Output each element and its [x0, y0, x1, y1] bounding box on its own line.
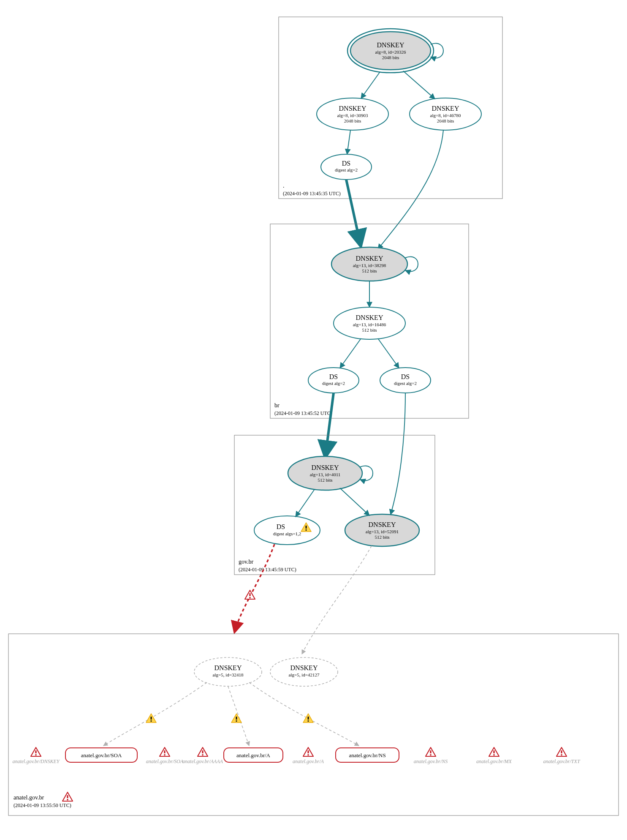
zone-govbr-ts: (2024-01-09 13:45:59 UTC) [239, 567, 296, 573]
error-icon [31, 747, 41, 756]
svg-text:alg=8, id=20326: alg=8, id=20326 [375, 49, 406, 55]
svg-text:anatel.gov.br/SOA: anatel.gov.br/SOA [146, 758, 184, 764]
edge-brzsk-ds1 [340, 338, 361, 368]
zone-anatel-ts: (2024-01-09 13:55:50 UTC) [14, 802, 71, 808]
svg-text:DNSKEY: DNSKEY [432, 105, 459, 112]
svg-text:alg=13, id=38298: alg=13, id=38298 [353, 263, 386, 268]
leaf-ns: anatel.gov.br/NS [336, 748, 399, 762]
svg-text:anatel.gov.br/TXT: anatel.gov.br/TXT [543, 758, 580, 764]
node-govbr-key2: DNSKEY alg=13, id=52091 512 bits [345, 514, 419, 546]
dnssec-graph: . (2024-01-09 13:45:35 UTC) DNSKEY alg=8… [0, 0, 627, 840]
error-icon [303, 747, 313, 756]
svg-text:alg=13, id=16486: alg=13, id=16486 [353, 322, 386, 327]
svg-text:digest algs=1,2: digest algs=1,2 [273, 531, 301, 536]
svg-text:alg=13, id=52091: alg=13, id=52091 [366, 529, 399, 534]
ghost-mx: anatel.gov.br/MX [476, 747, 512, 764]
error-icon [62, 792, 73, 801]
node-root-zsk1: DNSKEY alg=8, id=30903 2048 bits [317, 98, 388, 130]
ghost-txt: anatel.gov.br/TXT [543, 747, 580, 764]
svg-text:digest alg=2: digest alg=2 [335, 167, 358, 172]
ghost-dnskey: anatel.gov.br/DNSKEY [12, 747, 60, 764]
error-icon [198, 747, 208, 756]
node-anatel-key2: DNSKEY alg=5, id=42127 [270, 657, 338, 686]
svg-text:alg=5, id=32418: alg=5, id=32418 [213, 672, 244, 677]
edge-key1-soa [103, 682, 207, 746]
svg-text:DNSKEY: DNSKEY [214, 664, 242, 671]
edge-govksk-ds [296, 489, 315, 517]
svg-text:512 bits: 512 bits [318, 477, 332, 483]
edge-govds-anatelkey1 [234, 544, 274, 633]
edge-key1-a [228, 686, 249, 746]
svg-text:512 bits: 512 bits [375, 535, 389, 540]
error-icon [556, 747, 567, 756]
svg-point-18 [321, 154, 372, 180]
svg-text:DS: DS [401, 373, 410, 380]
svg-point-33 [380, 368, 431, 393]
edge-brzsk-ds2 [378, 338, 399, 368]
svg-text:DS: DS [329, 373, 338, 380]
svg-point-52 [270, 657, 338, 686]
ghost-a: anatel.gov.br/A [293, 747, 324, 764]
edge-rootds-brksk [346, 180, 361, 247]
node-root-ds: DS digest alg=2 [321, 154, 372, 180]
edge-zsk1-ds [347, 130, 350, 154]
svg-text:anatel.gov.br/A: anatel.gov.br/A [293, 758, 324, 764]
leaf-a: anatel.gov.br/A [224, 748, 283, 762]
node-anatel-key1: DNSKEY alg=5, id=32418 [194, 657, 262, 686]
svg-text:DS: DS [342, 160, 350, 167]
node-govbr-ds: DS digest algs=1,2 [254, 516, 320, 545]
zone-anatel-name: anatel.gov.br [14, 794, 44, 801]
svg-text:2048 bits: 2048 bits [437, 118, 454, 123]
node-br-ds2: DS digest alg=2 [380, 368, 431, 393]
svg-text:anatel.gov.br/MX: anatel.gov.br/MX [476, 758, 512, 764]
leaf-soa: anatel.gov.br/SOA [65, 748, 137, 762]
node-br-ds1: DS digest alg=2 [308, 368, 359, 393]
svg-text:DNSKEY: DNSKEY [312, 464, 339, 471]
svg-text:digest alg=2: digest alg=2 [394, 381, 417, 386]
svg-text:DNSKEY: DNSKEY [290, 664, 318, 671]
svg-text:alg=13, id=4011: alg=13, id=4011 [310, 472, 341, 477]
zone-root-name: . [283, 183, 285, 189]
edge-govkey2-anatelkey2 [302, 546, 372, 654]
zone-govbr: gov.br (2024-01-09 13:45:59 UTC) DNSKEY … [234, 435, 435, 575]
svg-text:2048 bits: 2048 bits [382, 55, 399, 60]
svg-text:DNSKEY: DNSKEY [356, 255, 383, 262]
svg-text:512 bits: 512 bits [362, 268, 377, 273]
svg-text:DNSKEY: DNSKEY [377, 41, 404, 49]
node-root-ksk: DNSKEY alg=8, id=20326 2048 bits [347, 29, 434, 73]
svg-text:512 bits: 512 bits [362, 327, 377, 333]
edge-rootksk-zsk1 [361, 72, 380, 98]
warning-icon [303, 714, 313, 723]
svg-text:DNSKEY: DNSKEY [356, 314, 383, 321]
edge-rootksk-zsk2 [403, 71, 435, 99]
error-icon [245, 590, 255, 599]
warning-icon [146, 714, 156, 723]
svg-text:alg=5, id=42127: alg=5, id=42127 [289, 672, 320, 677]
ghost-aaaa: anatel.gov.br/AAAA [182, 747, 223, 764]
zone-root-ts: (2024-01-09 13:45:35 UTC) [283, 191, 341, 196]
svg-text:anatel.gov.br/NS: anatel.gov.br/NS [414, 758, 448, 764]
svg-text:DS: DS [277, 523, 285, 530]
node-govbr-ksk: DNSKEY alg=13, id=4011 512 bits [288, 456, 362, 490]
svg-text:anatel.gov.br/DNSKEY: anatel.gov.br/DNSKEY [12, 758, 60, 764]
warning-icon [231, 714, 242, 723]
zone-br-name: br [274, 402, 280, 409]
zone-govbr-name: gov.br [239, 559, 254, 565]
edge-brds2-govkey2 [391, 393, 405, 515]
svg-text:DNSKEY: DNSKEY [369, 521, 396, 528]
svg-text:anatel.gov.br/AAAA: anatel.gov.br/AAAA [182, 758, 223, 764]
zone-anatel: anatel.gov.br (2024-01-09 13:55:50 UTC) … [8, 634, 619, 815]
edge-govksk-key2 [340, 488, 369, 515]
error-icon [426, 747, 436, 756]
zone-root: . (2024-01-09 13:45:35 UTC) DNSKEY alg=8… [279, 17, 502, 199]
zone-br-ts: (2024-01-09 13:45:52 UTC) [274, 410, 332, 416]
error-icon [489, 747, 499, 756]
node-root-zsk2: DNSKEY alg=8, id=46780 2048 bits [410, 98, 481, 130]
svg-text:2048 bits: 2048 bits [344, 118, 361, 123]
edge-zsk2-brksk [378, 130, 443, 249]
edge-key1-ns [249, 682, 359, 746]
ghost-soa: anatel.gov.br/SOA [146, 747, 184, 764]
zone-br: br (2024-01-09 13:45:52 UTC) DNSKEY alg=… [270, 224, 469, 418]
ghost-ns: anatel.gov.br/NS [414, 747, 448, 764]
svg-text:anatel.gov.br/A: anatel.gov.br/A [236, 752, 271, 758]
